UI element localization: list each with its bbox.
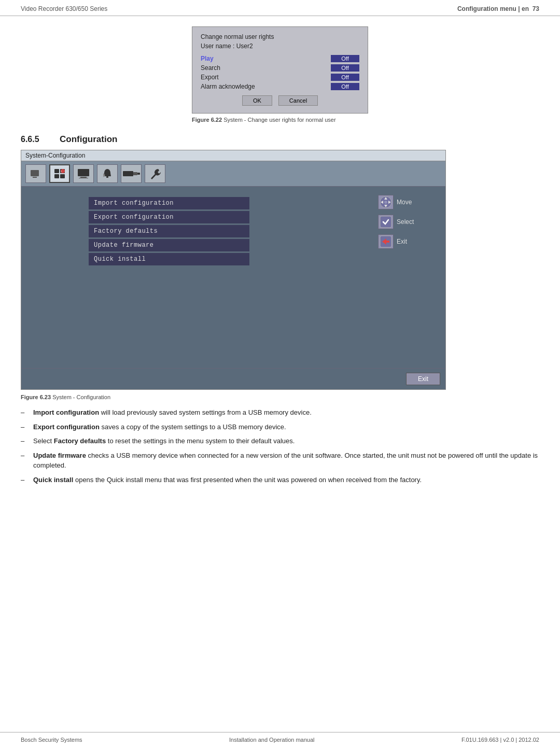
export-label: Export — [201, 74, 219, 81]
svg-rect-1 — [33, 177, 37, 178]
page-header: Video Recorder 630/650 Series Configurat… — [0, 0, 560, 16]
move-label: Move — [397, 199, 412, 206]
alarm-value[interactable]: Off — [331, 83, 359, 90]
icon-toolbar: ! — [21, 161, 445, 187]
menu-factory-defaults[interactable]: Factory defaults — [89, 225, 249, 237]
toolbar-icon-3[interactable] — [73, 164, 94, 183]
sys-config-footer: Exit — [21, 368, 445, 389]
toolbar-icon-4[interactable] — [97, 164, 118, 183]
search-label: Search — [201, 64, 220, 72]
exit-button[interactable]: Exit — [406, 373, 440, 385]
sys-config-right: Move Select — [373, 187, 445, 368]
header-right: Configuration menu | en 73 — [457, 5, 539, 12]
menu-quick-install[interactable]: Quick install — [89, 253, 249, 265]
menu-import-config[interactable]: Import configuration — [89, 197, 249, 209]
fig-623-caption: Figure 6.23 System - Configuration — [21, 394, 539, 400]
toolbar-icon-1[interactable] — [25, 164, 46, 183]
svg-rect-2 — [54, 169, 59, 173]
section-number: 6.6.5 — [21, 135, 49, 144]
svg-rect-11 — [106, 176, 108, 178]
move-icon[interactable] — [378, 195, 394, 209]
list-item-import: – Import configuration will load previou… — [21, 407, 539, 418]
page-footer: Bosch Security Systems Installation and … — [0, 732, 560, 747]
svg-rect-4 — [54, 174, 59, 178]
toolbar-icon-2[interactable]: ! — [49, 164, 70, 183]
dialog-row-alarm: Alarm acknowledge Off — [201, 83, 359, 90]
svg-rect-0 — [31, 170, 39, 176]
dialog-title: Change normal user rights — [201, 33, 359, 40]
select-icon[interactable] — [378, 215, 394, 229]
toolbar-icon-6[interactable] — [145, 164, 165, 183]
sys-config-body: Import configuration Export configuratio… — [21, 187, 445, 368]
svg-rect-10 — [79, 178, 88, 178]
control-move: Move — [378, 195, 412, 209]
svg-point-21 — [384, 201, 387, 204]
section-header: 6.6.5 Configuration — [21, 134, 539, 145]
play-value[interactable]: Off — [331, 55, 359, 62]
list-item-firmware: – Update firmware checks a USB memory de… — [21, 450, 539, 471]
control-select: Select — [378, 215, 414, 229]
exit-label: Exit — [397, 238, 407, 245]
panel-title-bar: System-Configuration — [21, 150, 445, 161]
sys-config-main: Import configuration Export configuratio… — [21, 187, 373, 368]
exit-icon[interactable] — [378, 234, 394, 249]
dialog-buttons: OK Cancel — [201, 95, 359, 106]
menu-update-firmware[interactable]: Update firmware — [89, 239, 249, 251]
header-left: Video Recorder 630/650 Series — [21, 5, 107, 12]
footer-center: Installation and Operation manual — [229, 737, 315, 743]
play-label: Play — [201, 55, 214, 62]
select-label: Select — [397, 218, 414, 225]
dialog-row-export: Export Off — [201, 74, 359, 81]
list-item-quickinstall: – Quick install opens the Quick install … — [21, 475, 539, 485]
svg-rect-14 — [133, 172, 137, 175]
alarm-label: Alarm acknowledge — [201, 83, 255, 90]
footer-right: F.01U.169.663 | v2.0 | 2012.02 — [461, 737, 539, 743]
svg-rect-22 — [380, 216, 391, 228]
bullet-list: – Import configuration will load previou… — [21, 407, 539, 485]
list-item-export: – Export configuration saves a copy of t… — [21, 422, 539, 432]
figure-622-container: Change normal user rights User name : Us… — [21, 26, 539, 123]
fig-622-caption: Figure 6.22 System - Change user rights … — [192, 117, 368, 123]
svg-rect-5 — [60, 174, 65, 178]
cancel-button[interactable]: Cancel — [278, 95, 318, 106]
dialog-row-play: Play Off — [201, 55, 359, 62]
dialog-box: Change normal user rights User name : Us… — [192, 26, 368, 114]
section-title: Configuration — [60, 134, 117, 145]
list-item-factory: – Select Factory defaults to reset the s… — [21, 436, 539, 446]
footer-left: Bosch Security Systems — [21, 737, 82, 743]
svg-rect-8 — [78, 169, 89, 176]
svg-rect-13 — [123, 171, 133, 176]
control-exit: Exit — [378, 234, 407, 249]
svg-rect-15 — [137, 173, 140, 175]
toolbar-icon-5[interactable] — [121, 164, 142, 183]
export-value[interactable]: Off — [331, 74, 359, 81]
system-config-panel: System-Configuration ! — [21, 150, 446, 390]
search-value[interactable]: Off — [331, 64, 359, 72]
main-content: Change normal user rights User name : Us… — [0, 16, 560, 504]
dialog-row-search: Search Off — [201, 64, 359, 72]
ok-button[interactable]: OK — [242, 95, 272, 106]
menu-export-config[interactable]: Export configuration — [89, 211, 249, 223]
dialog-username: User name : User2 — [201, 43, 359, 50]
